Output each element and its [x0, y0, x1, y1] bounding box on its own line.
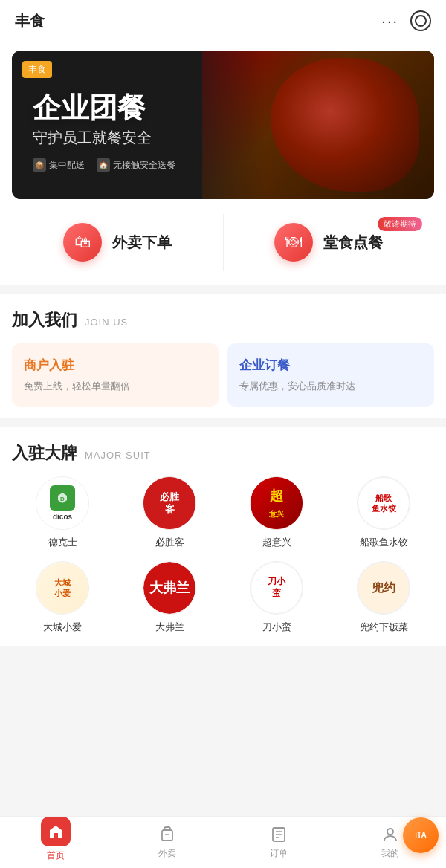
brand-dxm[interactable]: 刀小蛮 刀小蛮 — [226, 561, 327, 634]
takeout-label: 外卖下单 — [112, 233, 172, 253]
banner-title: 企业团餐 — [33, 93, 413, 124]
brands-section: 入驻大牌 MAJOR SUIT D dicos 德克士 — [0, 427, 446, 646]
chuange-name: 船歌鱼水饺 — [360, 536, 408, 549]
banner-tag: 丰食 — [22, 61, 52, 78]
banner-badge1-text: 集中配送 — [49, 159, 85, 172]
section-divider — [0, 285, 446, 294]
profile-nav-icon — [381, 825, 400, 844]
dcxa-logo: 大城小爱 — [36, 561, 89, 615]
svg-rect-1 — [162, 830, 172, 841]
dcxa-name: 大城小爱 — [43, 621, 82, 634]
brand-dafl[interactable]: 大弗兰 大弗兰 — [119, 561, 220, 634]
dine-in-label: 堂食点餐 — [323, 233, 383, 253]
orders-nav-icon — [269, 825, 288, 844]
float-btn-text: iTA — [415, 831, 426, 840]
dxm-logo: 刀小蛮 — [250, 561, 303, 615]
brand-chaoyx[interactable]: 超意兴 超意兴 — [226, 476, 327, 549]
join-section: 加入我们 JOIN US 商户入驻 免费上线，轻松单量翻倍 企业订餐 专属优惠，… — [0, 294, 446, 418]
banner-subtitle: 守护员工就餐安全 — [33, 128, 413, 148]
bottom-navigation: 首页 外卖 订单 — [0, 816, 446, 868]
join-title-row: 加入我们 JOIN US — [12, 309, 434, 331]
svg-text:D: D — [60, 496, 65, 502]
bsk-logo: 必胜客 — [143, 476, 196, 530]
app-title: 丰食 — [15, 11, 45, 31]
join-cards: 商户入驻 免费上线，轻松单量翻倍 企业订餐 专属优惠，安心品质准时达 — [12, 343, 434, 407]
banner-section: 丰食 企业团餐 守护员工就餐安全 📦 集中配送 🏠 无接触安全送餐 — [0, 42, 446, 199]
merchant-desc: 免费上线，轻松单量翻倍 — [24, 380, 207, 393]
merchant-title: 商户入驻 — [24, 357, 207, 374]
takeout-nav-icon — [158, 825, 177, 844]
coming-soon-badge: 敬请期待 — [378, 217, 422, 231]
banner-badges: 📦 集中配送 🏠 无接触安全送餐 — [33, 158, 413, 172]
brand-dcxa[interactable]: 大城小爱 大城小爱 — [12, 561, 113, 634]
nav-orders-label: 订单 — [270, 847, 288, 860]
enterprise-card[interactable]: 企业订餐 专属优惠，安心品质准时达 — [227, 343, 434, 407]
more-options-icon[interactable]: ··· — [381, 13, 398, 30]
brands-grid: D dicos 德克士 必胜客 必胜客 超意兴 — [12, 476, 434, 634]
takeout-icon: 🛍 — [63, 223, 102, 262]
svg-point-7 — [387, 829, 393, 835]
brand-dicos[interactable]: D dicos 德克士 — [12, 476, 113, 549]
douyue-name: 兜约下饭菜 — [360, 621, 408, 634]
nav-orders[interactable]: 订单 — [223, 817, 334, 868]
banner-badge-safe: 🏠 无接触安全送餐 — [97, 158, 175, 172]
takeout-action[interactable]: 🛍 外卖下单 — [12, 214, 223, 271]
home-icon — [41, 817, 71, 846]
safe-icon: 🏠 — [97, 158, 110, 172]
banner-badge-delivery: 📦 集中配送 — [33, 158, 85, 172]
brands-title-cn: 入驻大牌 — [12, 442, 77, 464]
banner-content: 丰食 企业团餐 守护员工就餐安全 📦 集中配送 🏠 无接触安全送餐 — [12, 51, 434, 199]
header-actions: ··· — [381, 10, 431, 31]
dine-in-action[interactable]: 敬请期待 🍽 堂食点餐 — [223, 214, 435, 271]
join-title-cn: 加入我们 — [12, 309, 77, 331]
merchant-card[interactable]: 商户入驻 免费上线，轻松单量翻倍 — [12, 343, 219, 407]
dicos-logo: D dicos — [36, 476, 89, 530]
brand-bsk[interactable]: 必胜客 必胜客 — [119, 476, 220, 549]
nav-home-label: 首页 — [47, 849, 65, 862]
page-bottom-spacer — [0, 646, 446, 705]
delivery-icon: 📦 — [33, 158, 46, 172]
app-header: 丰食 ··· — [0, 0, 446, 42]
brands-title-en: MAJOR SUIT — [85, 450, 151, 461]
dxm-name: 刀小蛮 — [262, 621, 291, 634]
nav-takeout[interactable]: 外卖 — [112, 817, 223, 868]
chuange-logo: 船歌鱼水饺 — [357, 476, 410, 530]
dine-in-icon: 🍽 — [274, 223, 313, 262]
brand-chuange[interactable]: 船歌鱼水饺 船歌鱼水饺 — [333, 476, 434, 549]
banner-badge2-text: 无接触安全送餐 — [113, 159, 175, 172]
join-title-en: JOIN US — [85, 317, 128, 328]
nav-profile-label: 我的 — [381, 847, 399, 860]
nav-home[interactable]: 首页 — [0, 817, 112, 868]
chaoyx-logo: 超意兴 — [250, 476, 303, 530]
chaoyx-name: 超意兴 — [262, 536, 291, 549]
dafl-logo: 大弗兰 — [143, 561, 196, 615]
dicos-name: 德克士 — [48, 536, 77, 549]
enterprise-desc: 专属优惠，安心品质准时达 — [239, 380, 422, 393]
brands-title-row: 入驻大牌 MAJOR SUIT — [12, 442, 434, 464]
brand-douyue[interactable]: 兜约 兜约下饭菜 — [333, 561, 434, 634]
dafl-name: 大弗兰 — [155, 621, 184, 634]
quick-actions-section: 🛍 外卖下单 敬请期待 🍽 堂食点餐 — [0, 199, 446, 285]
enterprise-title: 企业订餐 — [239, 357, 422, 374]
nav-takeout-label: 外卖 — [158, 847, 176, 860]
scan-icon[interactable] — [410, 10, 431, 31]
douyue-logo: 兜约 — [357, 561, 410, 615]
bsk-name: 必胜客 — [155, 536, 184, 549]
banner[interactable]: 丰食 企业团餐 守护员工就餐安全 📦 集中配送 🏠 无接触安全送餐 — [12, 51, 434, 199]
float-button[interactable]: iTA — [403, 817, 439, 853]
